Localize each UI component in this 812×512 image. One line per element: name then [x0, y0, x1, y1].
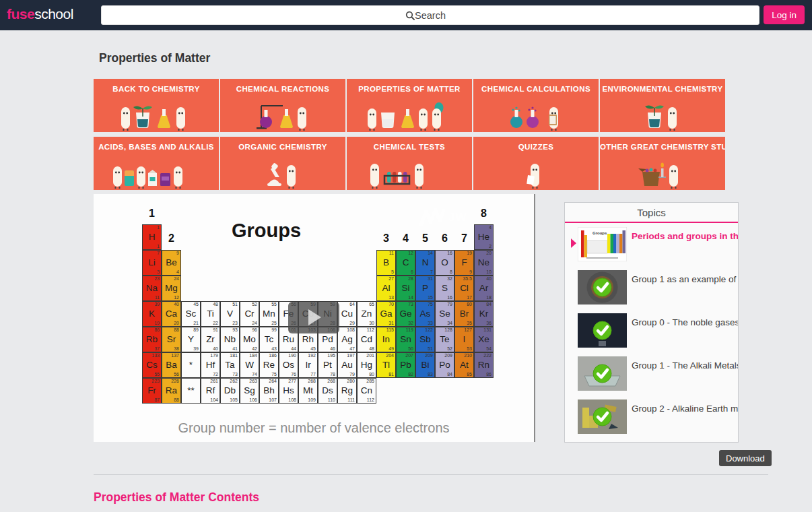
element-cell: 7 Li 3: [142, 250, 162, 276]
element-cell: 65 Zn 30: [357, 301, 376, 327]
card-title: Chemical Tests: [347, 143, 472, 151]
group-number-label: 3: [376, 232, 396, 245]
group-number-label: 4: [396, 232, 415, 245]
element-cell: 73 Ge 32: [396, 301, 415, 327]
divider: [94, 474, 768, 475]
element-cell: 209 Bi 83: [415, 352, 435, 378]
group-number-label: 7: [454, 232, 474, 245]
element-cell: 210 At 85: [454, 352, 474, 378]
login-button[interactable]: Log in: [764, 5, 805, 24]
element-cell: 64 Cu 29: [337, 301, 357, 327]
element-cell: 9 Be 4: [162, 250, 181, 276]
element-cell: 20 Ne 10: [474, 250, 494, 276]
category-card[interactable]: Organic Chemistry: [220, 137, 345, 190]
topic-item[interactable]: Groups Periods and groups in the pe: [565, 223, 738, 266]
download-button[interactable]: Download: [719, 450, 772, 466]
element-cell: 70 Ga 31: [376, 301, 396, 327]
element-cell: 89 Y 39: [181, 327, 201, 352]
category-card[interactable]: Chemical Reactions: [220, 79, 345, 132]
topic-label: Periods and groups in the pe: [632, 231, 738, 266]
group-number-label: 6: [435, 232, 454, 245]
element-cell: 23 Na 11: [142, 276, 162, 301]
card-title: Acids, Bases and Alkalis: [94, 143, 219, 151]
element-cell: 93 Nb 41: [220, 327, 240, 352]
category-card[interactable]: Chemical Tests: [347, 137, 472, 190]
category-card[interactable]: Chemical Calculations: [473, 79, 599, 132]
element-cell: 268 Ds 110: [318, 378, 337, 404]
element-cell: 35.5 Cl 17: [454, 276, 474, 301]
video-player[interactable]: Groups JWPLAYER 1 H 1 4 He 2 7 Li 3 9 Be…: [94, 194, 535, 442]
card-title: Chemical Calculations: [473, 85, 599, 93]
element-cell: 263 Sg 106: [240, 378, 259, 404]
element-cell: 195 Pt 78: [318, 352, 337, 378]
element-cell: 186 Re 75: [259, 352, 279, 378]
element-cell: 223 Fr 87: [142, 378, 162, 404]
element-cell: 204 Tl 81: [376, 352, 396, 378]
element-cell: 201 Hg 80: [357, 352, 376, 378]
chemical-reactions-icon: [220, 99, 345, 131]
element-cell: 31 P 15: [415, 276, 435, 301]
card-title: Back to Chemistry: [94, 85, 219, 93]
element-cell: 262 Db 105: [220, 378, 240, 404]
element-cell: 88 Sr 38: [162, 327, 181, 352]
search-input[interactable]: [102, 6, 759, 24]
check-dark: [578, 313, 627, 348]
video-caption: Group number = number of valence electro…: [94, 420, 534, 436]
search-box[interactable]: [101, 5, 759, 25]
check-gray: [578, 356, 627, 391]
card-title: Organic Chemistry: [220, 143, 345, 151]
element-cell: 45 Sc 21: [181, 301, 201, 327]
element-cell: 12 C 6: [396, 250, 415, 276]
environmental-chemistry-icon: [600, 99, 725, 131]
category-card[interactable]: Other great chemistry stuff: [600, 137, 725, 190]
element-cell: 190 Os 76: [279, 352, 298, 378]
element-cell: 27 Al 13: [376, 276, 396, 301]
element-cell: 86 Rb 37: [142, 327, 162, 352]
element-cell: 264 Bh 107: [259, 378, 279, 404]
element-cell: 19 F 9: [454, 250, 474, 276]
element-cell: 4 He 2: [474, 224, 494, 250]
category-cards: Back to Chemistry Chemical Reactions Pro…: [94, 79, 725, 190]
topic-item[interactable]: Group 1 as an example of Gr: [565, 266, 738, 309]
category-card[interactable]: Environmental Chemistry: [600, 79, 725, 132]
element-cell: 197 Au 79: [337, 352, 357, 378]
element-cell: *: [181, 352, 201, 378]
topic-item[interactable]: Group 0 - The noble gases: [565, 309, 738, 352]
category-card[interactable]: Properties of Matter: [347, 79, 472, 132]
category-card[interactable]: Quizzes: [473, 137, 599, 190]
element-cell: 1 H 1: [142, 224, 162, 250]
element-cell: 96 Mo 42: [240, 327, 259, 352]
element-cell: 277 Hs 108: [279, 378, 298, 404]
element-cell: **: [181, 378, 201, 404]
play-button[interactable]: [288, 302, 339, 333]
contents-heading: Properties of Matter Contents: [94, 490, 259, 505]
group-number-label: 2: [162, 232, 181, 245]
element-cell: 40 Ca 20: [162, 301, 181, 327]
element-cell: 52 Cr 24: [240, 301, 259, 327]
topic-item[interactable]: Group 1 - The Alkali Metals: [565, 352, 738, 395]
element-cell: 112 Cd 48: [357, 327, 376, 352]
element-cell: 131 Xe 54: [474, 327, 494, 352]
element-cell: 222 Rn 86: [474, 352, 494, 378]
other-chemistry-icon: [600, 157, 725, 189]
element-cell: 226 Ra 88: [162, 378, 181, 404]
fuseschool-logo[interactable]: fuseschool: [7, 6, 73, 22]
element-cell: 184 W 74: [240, 352, 259, 378]
element-cell: 79 Se 34: [435, 301, 454, 327]
element-cell: 179 Hf 72: [201, 352, 220, 378]
topics-list: Groups Periods and groups in the pe Grou…: [565, 223, 738, 439]
topic-label: Group 2 - Alkaline Earth meta: [632, 404, 738, 439]
periodic-table-thumb: Groups: [578, 227, 627, 261]
element-cell: 48 Ti 22: [201, 301, 220, 327]
topic-item[interactable]: Group 2 - Alkaline Earth meta: [565, 395, 738, 439]
element-cell: 181 Ta 73: [220, 352, 240, 378]
category-card[interactable]: Acids, Bases and Alkalis: [94, 137, 219, 190]
element-cell: 122 Sb 51: [415, 327, 435, 352]
check-brown-circle: [578, 270, 627, 305]
card-title: Properties of Matter: [347, 85, 472, 93]
element-cell: 268 Mt 109: [298, 378, 318, 404]
element-cell: 133 Cs 55: [142, 352, 162, 378]
category-card[interactable]: Back to Chemistry: [94, 79, 219, 132]
topic-label: Group 1 - The Alkali Metals: [632, 360, 738, 395]
element-cell: 39 K 19: [142, 301, 162, 327]
